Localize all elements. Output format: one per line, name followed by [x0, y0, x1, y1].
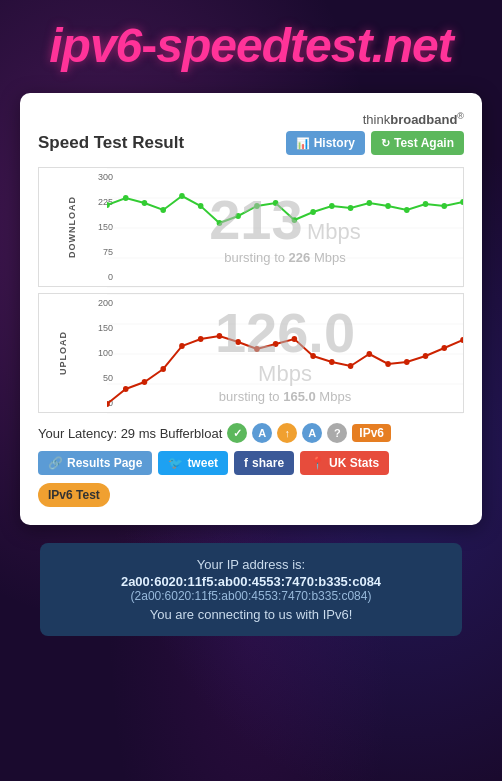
download-label: DOWNLOAD	[67, 196, 77, 258]
logo-part3: .net	[371, 19, 452, 72]
svg-point-45	[385, 361, 391, 367]
link-icon: 🔗	[48, 456, 63, 470]
svg-point-48	[441, 345, 447, 351]
header-buttons: 📊 History ↻ Test Again	[286, 131, 464, 155]
svg-point-8	[160, 207, 166, 213]
upload-chart-area: 200 150 100 50 0 126.0 Mbps bursting to …	[77, 294, 463, 412]
main-card: thinkbroadband® Speed Test Result 📊 Hist…	[20, 93, 482, 525]
bufferbloat-arrow-badge: ↑	[277, 423, 297, 443]
share-button[interactable]: f share	[234, 451, 294, 475]
svg-point-49	[460, 337, 463, 343]
logo-separator: -	[141, 19, 156, 72]
svg-point-24	[460, 199, 463, 205]
logo-part2: speedtest	[156, 19, 371, 72]
svg-point-42	[329, 359, 335, 365]
svg-point-31	[123, 386, 129, 392]
svg-point-14	[273, 200, 279, 206]
ipv6-badge: IPv6	[352, 424, 391, 442]
svg-point-34	[179, 343, 185, 349]
results-page-button[interactable]: 🔗 Results Page	[38, 451, 152, 475]
upload-label: UPLOAD	[58, 331, 68, 375]
svg-point-15	[292, 217, 298, 223]
upload-chart-svg	[107, 294, 463, 414]
svg-point-41	[310, 353, 316, 359]
download-svg-wrapper: 213 Mbps bursting to 226 Mbps	[107, 168, 463, 288]
svg-point-18	[348, 205, 354, 211]
card-title: Speed Test Result	[38, 133, 184, 153]
history-button[interactable]: 📊 History	[286, 131, 365, 155]
svg-point-40	[292, 336, 298, 342]
download-chart-svg	[107, 168, 463, 288]
facebook-icon: f	[244, 456, 248, 470]
svg-point-38	[254, 346, 260, 352]
ip-address: 2a00:6020:11f5:ab00:4553:7470:b335:c084	[58, 574, 444, 589]
svg-point-23	[441, 203, 447, 209]
svg-point-33	[160, 366, 166, 372]
svg-point-47	[423, 353, 429, 359]
twitter-icon: 🐦	[168, 456, 183, 470]
ip-prefix-text: Your IP address is:	[197, 557, 305, 572]
svg-point-13	[254, 203, 260, 209]
svg-point-32	[142, 379, 148, 385]
bottom-info-card: Your IP address is: 2a00:6020:11f5:ab00:…	[40, 543, 462, 636]
thinkbroadband-logo: thinkbroadband®	[38, 111, 464, 127]
think-text: think	[363, 112, 390, 127]
logo-part1: ipv6	[49, 19, 141, 72]
card-header: Speed Test Result 📊 History ↻ Test Again	[38, 131, 464, 155]
svg-point-12	[235, 213, 241, 219]
registered-symbol: ®	[457, 111, 464, 121]
svg-point-9	[179, 193, 185, 199]
ipv6-test-button[interactable]: IPv6 Test	[38, 483, 110, 507]
location-icon: 📍	[310, 456, 325, 470]
svg-point-46	[404, 359, 410, 365]
action-row: 🔗 Results Page 🐦 tweet f share 📍 UK Stat…	[38, 451, 464, 475]
upload-chart-container: UPLOAD 200 150 100 50 0 126.0 Mbps burst…	[38, 293, 464, 413]
connecting-text: You are connecting to us with IPv6!	[58, 607, 444, 622]
svg-point-35	[198, 336, 204, 342]
ip-parens: (2a00:6020:11f5:ab00:4553:7470:b335:c084…	[58, 589, 444, 603]
upload-svg-wrapper: 126.0 Mbps bursting to 165.0 Mbps	[107, 294, 463, 414]
ipv6-test-row: IPv6 Test	[38, 483, 464, 507]
svg-point-39	[273, 341, 279, 347]
svg-point-19	[367, 200, 373, 206]
test-again-button[interactable]: ↻ Test Again	[371, 131, 464, 155]
svg-point-44	[367, 351, 373, 357]
svg-point-10	[198, 203, 204, 209]
svg-point-43	[348, 363, 354, 369]
history-chart-icon: 📊	[296, 137, 310, 150]
svg-point-22	[423, 201, 429, 207]
svg-point-36	[217, 333, 223, 339]
site-logo: ipv6-speedtest.net	[10, 18, 492, 73]
site-header: ipv6-speedtest.net	[0, 0, 502, 83]
svg-point-5	[107, 202, 110, 208]
uk-stats-button[interactable]: 📍 UK Stats	[300, 451, 389, 475]
bufferbloat-question-badge: ?	[327, 423, 347, 443]
svg-point-11	[217, 220, 223, 226]
svg-point-7	[142, 200, 148, 206]
refresh-icon: ↻	[381, 137, 390, 150]
latency-text: Your Latency: 29 ms Bufferbloat	[38, 426, 222, 441]
broadband-text: broadband	[390, 112, 457, 127]
tweet-button[interactable]: 🐦 tweet	[158, 451, 228, 475]
bufferbloat-a-badge-2: A	[302, 423, 322, 443]
svg-point-21	[404, 207, 410, 213]
latency-row: Your Latency: 29 ms Bufferbloat ✓ A ↑ A …	[38, 423, 464, 443]
svg-point-16	[310, 209, 316, 215]
download-chart-container: DOWNLOAD 300 225 150 75 0 213 Mbps burst…	[38, 167, 464, 287]
svg-point-37	[235, 339, 241, 345]
svg-point-20	[385, 203, 391, 209]
bufferbloat-a-badge-1: A	[252, 423, 272, 443]
svg-point-17	[329, 203, 335, 209]
download-chart-area: 300 225 150 75 0 213 Mbps bursting to 22…	[77, 168, 463, 286]
bufferbloat-check-badge: ✓	[227, 423, 247, 443]
svg-point-6	[123, 195, 129, 201]
